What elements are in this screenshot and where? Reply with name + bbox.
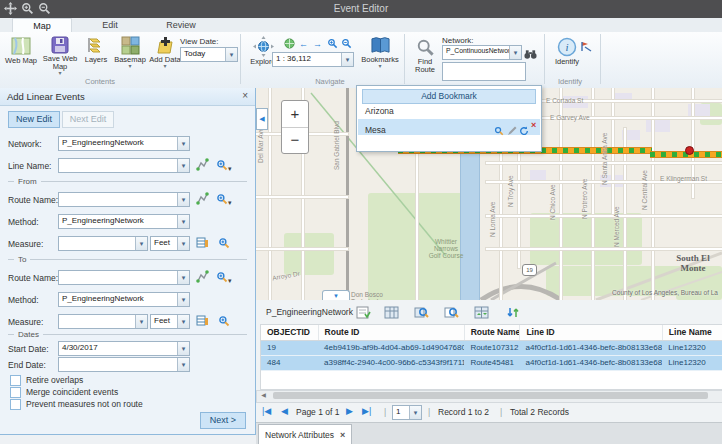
first-page-button[interactable]: |◀ [262, 406, 271, 416]
view-date-dropdown-button[interactable] [225, 48, 237, 61]
column-header-line-name[interactable]: Line Name [663, 325, 722, 340]
find-route-button[interactable]: Find Route [410, 38, 440, 74]
bookmark-edit-icon[interactable] [507, 122, 517, 140]
zoom-out-button[interactable]: − [282, 128, 308, 153]
previous-extent-icon[interactable]: ← [297, 38, 310, 49]
panel-close-icon[interactable]: × [242, 90, 248, 101]
prevent-measures-checkbox[interactable] [10, 399, 21, 410]
to-zoom-dropdown-icon[interactable]: ▾ [216, 269, 232, 287]
from-zoom-dropdown-icon[interactable]: ▾ [216, 191, 232, 209]
table-row[interactable]: 484 a398ff4c-2940-4c00-96b6-c5343f9f1711… [261, 356, 722, 371]
to-method-dropdown-button[interactable] [177, 293, 189, 306]
panel-network-combo[interactable]: P_EngineeringNetwork [58, 136, 190, 151]
next-edit-button[interactable]: Next Edit [62, 111, 114, 128]
panel-network-dropdown-button[interactable] [177, 137, 189, 150]
zoom-to-selection-icon[interactable] [414, 305, 431, 319]
save-web-map-button[interactable]: Save Web Map [42, 36, 78, 75]
page-number-dropdown-button[interactable] [409, 406, 421, 419]
scale-combo[interactable]: 1 : 36,112 [272, 52, 354, 67]
line-zoom-dropdown-icon[interactable]: ▾ [216, 157, 232, 175]
next-button[interactable]: Next > [200, 412, 246, 429]
collapse-panel-arrow[interactable]: ◀ [256, 108, 268, 130]
layers-button[interactable]: Layers [80, 36, 112, 64]
add-data-button[interactable]: Add Data [148, 36, 182, 68]
line-name-combo[interactable] [58, 158, 190, 173]
column-header-route-name[interactable]: Route Name [465, 325, 521, 340]
to-measure-tool-icon[interactable] [196, 313, 209, 331]
zoom-in-button[interactable]: + [282, 101, 308, 128]
start-date-dropdown-button[interactable] [177, 342, 189, 355]
view-date-combo[interactable]: Today [180, 47, 238, 62]
bookmark-delete-icon[interactable]: × [531, 120, 536, 130]
line-name-dropdown-button[interactable] [177, 159, 189, 172]
page-number-combo[interactable]: 1 [392, 405, 422, 420]
to-method-combo[interactable]: P_EngineeringNetwork [58, 292, 190, 307]
bookmark-refresh-icon[interactable] [519, 122, 529, 140]
bookmarks-button[interactable]: Bookmarks [360, 36, 400, 68]
to-route-dropdown-button[interactable] [177, 271, 189, 284]
add-bookmark-button[interactable]: Add Bookmark [362, 89, 536, 104]
web-map-button[interactable]: Web Map [4, 36, 38, 65]
from-unit-dropdown-button[interactable] [177, 237, 189, 250]
column-header-route-id[interactable]: Route ID [319, 325, 465, 340]
from-measure-tool-icon[interactable] [196, 235, 209, 253]
table-row[interactable]: 19 4eb9419b-af9b-4d04-ab69-1d490476802b … [261, 341, 722, 356]
end-date-dropdown-button[interactable] [177, 358, 189, 371]
prev-page-button[interactable]: ◀ [281, 406, 288, 416]
scrollbar-thumb[interactable] [273, 392, 708, 399]
to-select-route-icon[interactable] [196, 269, 209, 287]
network-combo[interactable]: P_ContinuousNetwork [442, 45, 522, 60]
from-measure-dropdown-button[interactable] [135, 237, 147, 250]
bookmark-zoom-icon[interactable] [494, 122, 504, 140]
from-select-route-icon[interactable] [196, 191, 209, 209]
new-edit-button[interactable]: New Edit [8, 111, 60, 128]
from-route-name-combo[interactable] [58, 192, 190, 207]
map-zoom-out-icon[interactable] [340, 38, 353, 49]
next-extent-icon[interactable]: → [311, 38, 324, 49]
last-page-button[interactable]: ▶| [362, 406, 371, 416]
show-selected-icon[interactable] [356, 305, 373, 319]
collapse-table-arrow[interactable]: ▼ [322, 290, 350, 300]
to-unit-combo[interactable]: Feet [150, 314, 190, 329]
full-extent-icon[interactable] [283, 38, 296, 49]
tab-map[interactable]: Map [12, 18, 72, 33]
tab-edit[interactable]: Edit [82, 18, 138, 32]
switch-selection-icon[interactable] [474, 305, 491, 319]
retire-overlaps-checkbox[interactable] [10, 375, 21, 386]
scale-dropdown-button[interactable] [341, 53, 353, 66]
next-page-button[interactable]: ▶ [346, 406, 353, 416]
grid-icon[interactable] [384, 305, 401, 319]
from-unit-combo[interactable]: Feet [150, 236, 190, 251]
map-zoom-in-icon[interactable] [326, 38, 339, 49]
column-header-objectid[interactable]: OBJECTID [261, 325, 319, 340]
select-line-icon[interactable] [196, 157, 209, 175]
pan-to-selection-icon[interactable] [444, 305, 461, 319]
merge-coincident-checkbox[interactable] [10, 387, 21, 398]
tab-network-attributes[interactable]: Network Attributes × [258, 424, 352, 444]
bookmark-item-mesa[interactable]: Mesa × [358, 119, 540, 135]
zoom-in-icon[interactable] [21, 2, 34, 15]
end-date-combo[interactable] [58, 357, 190, 372]
horizontal-scrollbar[interactable]: ◀ [256, 390, 722, 403]
scroll-left-arrow[interactable]: ◀ [258, 391, 269, 400]
from-zoom-icon[interactable] [218, 235, 230, 253]
pan-icon[interactable] [4, 2, 17, 15]
from-measure-combo[interactable] [58, 236, 148, 251]
to-zoom-icon[interactable] [218, 313, 230, 331]
identify-button[interactable]: i Identify [552, 37, 582, 66]
to-measure-dropdown-button[interactable] [135, 315, 147, 328]
bookmark-item-arizona[interactable]: Arizona [358, 105, 546, 118]
from-method-combo[interactable]: P_EngineeringNetwork [58, 214, 190, 229]
route-search-input[interactable] [442, 62, 526, 81]
start-date-combo[interactable]: 4/30/2017 [58, 341, 190, 356]
tab-close-icon[interactable]: × [340, 430, 345, 440]
to-route-name-combo[interactable] [58, 270, 190, 285]
to-measure-combo[interactable] [58, 314, 148, 329]
zoom-out-icon[interactable] [38, 2, 51, 15]
from-route-dropdown-button[interactable] [177, 193, 189, 206]
from-method-dropdown-button[interactable] [177, 215, 189, 228]
tab-review[interactable]: Review [150, 18, 212, 32]
clear-flags-icon[interactable] [580, 38, 592, 56]
to-unit-dropdown-button[interactable] [177, 315, 189, 328]
sort-icon[interactable] [506, 305, 523, 319]
